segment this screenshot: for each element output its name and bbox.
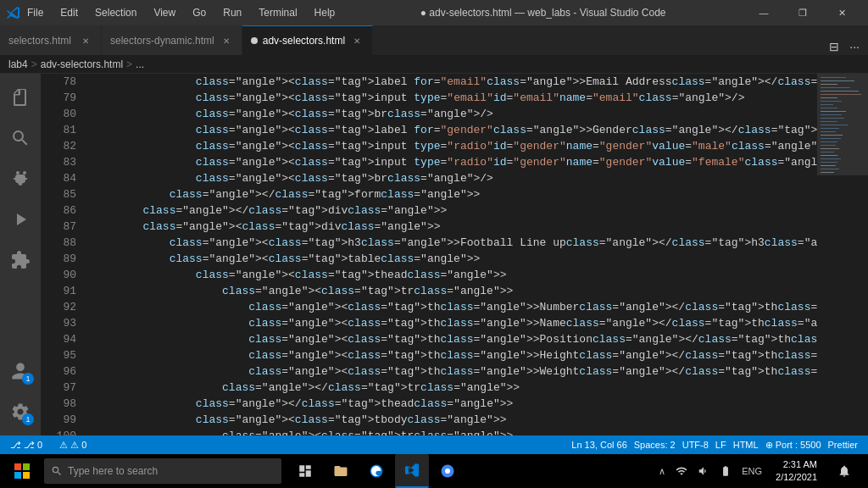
- status-spaces[interactable]: Spaces: 2: [631, 440, 679, 450]
- search-placeholder: Type here to search: [68, 465, 158, 477]
- status-errors[interactable]: ⚠ ⚠ 0: [56, 435, 90, 454]
- code-line: class="angle"><class="tag">input type="e…: [90, 90, 817, 106]
- svg-rect-31: [14, 463, 21, 470]
- code-line: class="angle"><class="tag">divclass="ang…: [90, 219, 817, 235]
- activity-explorer[interactable]: [0, 77, 41, 118]
- line-number: 81: [41, 122, 76, 138]
- more-actions-icon[interactable]: ···: [848, 38, 861, 55]
- minimap: [817, 74, 868, 435]
- close-button[interactable]: ✕: [822, 0, 861, 25]
- breadcrumb: lab4 > adv-selectors.html > ...: [0, 55, 868, 74]
- status-port[interactable]: ⊕ Port : 5500: [762, 440, 825, 451]
- code-content[interactable]: class="angle"><class="tag">label for="em…: [83, 74, 817, 435]
- line-number: 82: [41, 138, 76, 154]
- edge-button[interactable]: [359, 454, 393, 488]
- line-number: 83: [41, 154, 76, 170]
- minimize-button[interactable]: —: [744, 0, 783, 25]
- menu-edit[interactable]: Edit: [53, 5, 85, 20]
- tray-language[interactable]: ENG: [738, 466, 765, 476]
- menu-selection[interactable]: Selection: [88, 5, 143, 20]
- breadcrumb-file[interactable]: adv-selectors.html: [41, 58, 123, 70]
- menu-terminal[interactable]: Terminal: [252, 5, 303, 20]
- line-number: 78: [41, 74, 76, 90]
- status-encoding[interactable]: UTF-8: [679, 440, 712, 450]
- main-area: 1 1 787980818283848586878889909192939495…: [0, 74, 868, 435]
- line-number: 96: [41, 363, 76, 380]
- taskbar-pinned-icons: [288, 454, 465, 488]
- line-number: 86: [41, 202, 76, 219]
- code-line: class="angle"><class="tag">brclass="angl…: [90, 106, 817, 122]
- line-number: 79: [41, 90, 76, 106]
- file-explorer-button[interactable]: [324, 454, 358, 488]
- breadcrumb-ellipsis[interactable]: ...: [136, 58, 144, 70]
- menu-file[interactable]: File: [20, 5, 50, 20]
- taskbar-right: ∧ ENG 2:31 AM 2/12/2021: [655, 454, 865, 488]
- line-number: 80: [41, 106, 76, 122]
- editor-area: 7879808182838485868788899091929394959697…: [41, 74, 868, 435]
- notification-button[interactable]: [827, 454, 861, 488]
- tab-close-icon[interactable]: ✕: [79, 34, 92, 47]
- task-view-button[interactable]: [288, 454, 322, 488]
- code-line: class="angle"><class="tag">brclass="angl…: [90, 170, 817, 186]
- volume-icon: [698, 465, 709, 477]
- status-position[interactable]: Ln 13, Col 66: [568, 440, 630, 450]
- status-eol[interactable]: LF: [712, 440, 730, 450]
- menu-run[interactable]: Run: [216, 5, 248, 20]
- tray-chevron[interactable]: ∧: [655, 466, 669, 477]
- code-line: class="angle"></class="tag">formclass="a…: [90, 186, 817, 202]
- menu-view[interactable]: View: [147, 5, 182, 20]
- maximize-button[interactable]: ❐: [783, 0, 822, 25]
- code-line: class="angle"><class="tag">tbodyclass="a…: [90, 412, 817, 428]
- tab-close-icon[interactable]: ✕: [220, 34, 233, 47]
- activity-account[interactable]: 1: [0, 351, 41, 391]
- tab-close-icon[interactable]: ✕: [350, 34, 364, 47]
- network-icon: [676, 465, 687, 477]
- code-line: class="angle"><class="tag">trclass="angl…: [90, 428, 817, 435]
- chrome-button[interactable]: [431, 454, 465, 488]
- title-bar-controls: — ❐ ✕: [744, 0, 861, 25]
- activity-source-control[interactable]: [0, 158, 41, 199]
- code-line: class="angle"><class="tag">thclass="angl…: [90, 347, 817, 363]
- status-language[interactable]: HTML: [730, 440, 762, 450]
- code-line: class="angle"><class="tag">input type="r…: [90, 154, 817, 170]
- code-line: class="angle"></class="tag">theadclass="…: [90, 396, 817, 412]
- search-bar[interactable]: Type here to search: [44, 458, 281, 484]
- split-editor-icon[interactable]: ⊟: [827, 38, 841, 55]
- windows-icon: [14, 463, 30, 479]
- clock-date: 2/12/2021: [776, 471, 817, 484]
- status-git[interactable]: ⎇ ⎇ 0: [7, 435, 46, 454]
- activity-search[interactable]: [0, 118, 41, 158]
- line-number: 90: [41, 267, 76, 283]
- tab-adv-selectors[interactable]: adv-selectors.html ✕: [242, 25, 373, 55]
- tray-network[interactable]: [672, 465, 691, 477]
- status-errors-label: ⚠ 0: [70, 440, 86, 451]
- code-line: class="angle"><class="tag">label for="ge…: [90, 122, 817, 138]
- vscode-taskbar-button[interactable]: [395, 454, 429, 488]
- system-clock[interactable]: 2:31 AM 2/12/2021: [769, 458, 824, 485]
- battery-icon: [720, 465, 732, 477]
- menu-help[interactable]: Help: [308, 5, 342, 20]
- tray-battery[interactable]: [716, 465, 735, 477]
- tab-bar: selectors.html ✕ selectors-dynamic.html …: [0, 25, 868, 55]
- activity-settings[interactable]: 1: [0, 391, 41, 432]
- tab-selectors-dynamic[interactable]: selectors-dynamic.html ✕: [102, 25, 242, 55]
- line-number: 100: [41, 428, 76, 435]
- minimap-svg: [817, 74, 868, 435]
- activity-extensions[interactable]: [0, 240, 41, 280]
- activity-bar: 1 1: [0, 74, 41, 435]
- code-line: class="angle"></class="tag">trclass="ang…: [90, 380, 817, 396]
- menu-go[interactable]: Go: [186, 5, 213, 20]
- start-button[interactable]: [3, 454, 41, 488]
- svg-point-37: [445, 469, 450, 474]
- breadcrumb-lab4[interactable]: lab4: [8, 58, 28, 70]
- status-prettier[interactable]: Prettier: [825, 440, 861, 450]
- code-line: class="angle"><class="tag">trclass="angl…: [90, 283, 817, 299]
- clock-time: 2:31 AM: [776, 458, 817, 471]
- activity-run[interactable]: [0, 199, 41, 240]
- title-bar-left: [7, 6, 20, 19]
- folder-icon: [333, 463, 348, 479]
- tab-selectors[interactable]: selectors.html ✕: [0, 25, 102, 55]
- line-numbers: 7879808182838485868788899091929394959697…: [41, 74, 83, 435]
- tray-volume[interactable]: [694, 465, 713, 477]
- line-number: 93: [41, 315, 76, 331]
